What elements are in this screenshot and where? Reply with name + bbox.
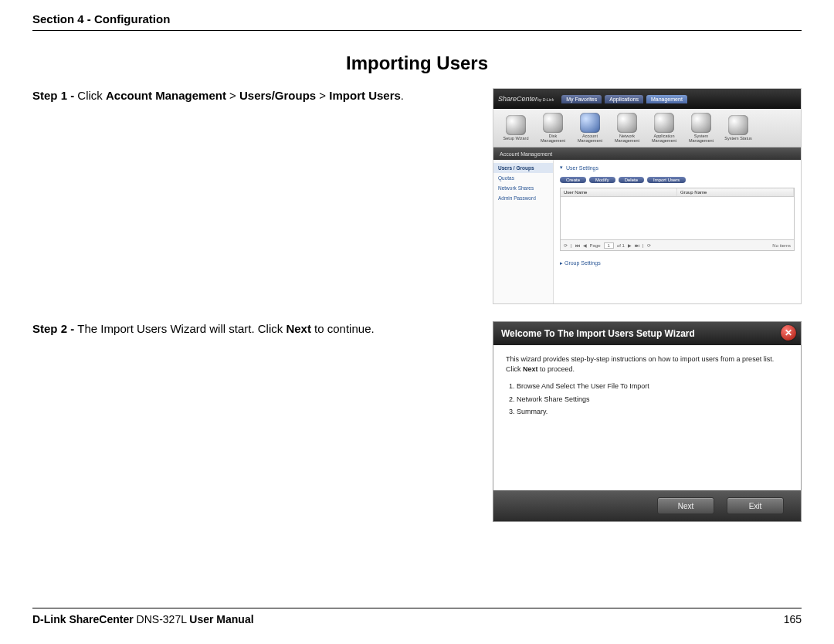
step2-next-word: Next: [286, 322, 311, 335]
step2-row: Step 2 - The Import Users Wizard will st…: [32, 321, 802, 522]
refresh-icon[interactable]: ⟳: [564, 243, 568, 248]
tab-applications[interactable]: Applications: [605, 95, 643, 103]
account-icon: [580, 113, 600, 133]
status-icon: [728, 115, 748, 135]
app-header: ShareCenterby D-Link My Favorites Applic…: [493, 89, 801, 109]
tool-app-mgmt[interactable]: Application Management: [648, 113, 680, 143]
user-settings-heading: User Settings: [560, 164, 795, 171]
wizard-step-1: Browse And Select The User File To Impor…: [517, 381, 788, 391]
app-mgmt-icon: [654, 113, 674, 133]
next-button[interactable]: Next: [657, 497, 714, 514]
wizard-steps-list: Browse And Select The User File To Impor…: [517, 381, 788, 417]
main-panel: User Settings Create Modify Delete Impor…: [554, 160, 801, 303]
tool-network-mgmt[interactable]: Network Management: [611, 113, 643, 143]
footer-doc: D-Link ShareCenter DNS-327L User Manual: [32, 613, 254, 625]
pager-first-icon[interactable]: ⏮: [575, 243, 580, 248]
step1-text: Step 1 - Click Account Management > User…: [32, 88, 477, 103]
group-settings-heading[interactable]: Group Settings: [560, 260, 795, 266]
step1-before: Click: [77, 89, 106, 102]
pager: ⟳ | ⏮ ◀ Page 1 of 1 ▶ ⏭ | ⟳ No items: [561, 239, 794, 250]
create-button[interactable]: Create: [560, 177, 586, 183]
step1-row: Step 1 - Click Account Management > User…: [32, 88, 802, 304]
pager-page-label: Page: [590, 243, 601, 248]
tool-disk-mgmt[interactable]: Disk Management: [537, 113, 569, 143]
wizard-body: This wizard provides step-by-step instru…: [493, 345, 801, 490]
sidebar: Users / Groups Quotas Network Shares Adm…: [493, 160, 554, 303]
step1-path-acct: Account Management: [106, 89, 226, 102]
sidebar-item-users-groups[interactable]: Users / Groups: [493, 163, 553, 173]
table-header: User Name Group Name: [561, 188, 794, 197]
wizard-titlebar: Welcome To The Import Users Setup Wizard…: [493, 322, 801, 345]
pager-prev-icon[interactable]: ◀: [583, 243, 587, 248]
action-buttons: Create Modify Delete Import Users: [560, 177, 795, 183]
sidebar-item-network-shares[interactable]: Network Shares: [493, 183, 553, 193]
toolbar: Setup Wizard Disk Management Account Man…: [493, 109, 801, 147]
sidebar-item-admin-password[interactable]: Admin Password: [493, 193, 553, 203]
close-icon: ✕: [785, 327, 792, 338]
wizard-title: Welcome To The Import Users Setup Wizard: [501, 328, 695, 339]
step2-text: Step 2 - The Import Users Wizard will st…: [32, 321, 477, 337]
col-user-name[interactable]: User Name: [561, 188, 677, 196]
pager-last-icon[interactable]: ⏭: [635, 243, 639, 248]
exit-button[interactable]: Exit: [727, 497, 784, 514]
sidebar-item-quotas[interactable]: Quotas: [493, 173, 553, 183]
users-table: User Name Group Name ⟳ | ⏮ ◀ Page 1 of 1…: [560, 188, 795, 251]
wizard-step-3: Summary.: [517, 407, 788, 417]
pager-page-input[interactable]: 1: [604, 242, 614, 249]
system-icon: [691, 113, 711, 133]
col-group-name[interactable]: Group Name: [677, 188, 794, 196]
step1-path-users: Users/Groups: [239, 89, 316, 102]
network-icon: [617, 113, 637, 133]
close-button[interactable]: ✕: [781, 325, 796, 341]
tool-system-mgmt[interactable]: System Management: [685, 113, 717, 143]
reload-icon[interactable]: ⟳: [647, 243, 651, 248]
wizard-icon: [506, 115, 526, 135]
modify-button[interactable]: Modify: [589, 177, 615, 183]
app-logo: ShareCenterby D-Link: [498, 95, 554, 103]
tab-favorites[interactable]: My Favorites: [561, 95, 602, 103]
step1-path-import: Import Users: [329, 89, 401, 102]
section-header: Section 4 - Configuration: [32, 12, 802, 31]
disk-icon: [543, 113, 563, 133]
sharecenter-screenshot: ShareCenterby D-Link My Favorites Applic…: [493, 88, 802, 304]
wizard-screenshot: Welcome To The Import Users Setup Wizard…: [493, 321, 802, 522]
wizard-step-2: Network Share Settings: [517, 395, 788, 405]
tool-account-mgmt[interactable]: Account Management: [574, 113, 606, 143]
wizard-intro: This wizard provides step-by-step instru…: [506, 354, 788, 374]
pager-next-icon[interactable]: ▶: [628, 243, 632, 248]
page-number: 165: [784, 613, 802, 625]
page-title: Importing Users: [32, 53, 802, 74]
tool-setup-wizard[interactable]: Setup Wizard: [500, 115, 532, 141]
content-body: Users / Groups Quotas Network Shares Adm…: [493, 160, 801, 303]
import-users-button[interactable]: Import Users: [647, 177, 686, 183]
table-body-empty: [561, 197, 794, 239]
pager-status: No items: [772, 243, 791, 248]
step1-prefix: Step 1 -: [32, 89, 77, 102]
delete-button[interactable]: Delete: [619, 177, 644, 183]
wizard-footer: Next Exit: [493, 490, 801, 521]
breadcrumb: Account Management: [493, 147, 801, 160]
step2-prefix: Step 2 -: [32, 322, 77, 335]
tab-management[interactable]: Management: [646, 95, 687, 103]
page-footer: D-Link ShareCenter DNS-327L User Manual …: [32, 608, 802, 625]
tool-system-status[interactable]: System Status: [722, 115, 754, 141]
pager-of: of 1: [617, 243, 625, 248]
